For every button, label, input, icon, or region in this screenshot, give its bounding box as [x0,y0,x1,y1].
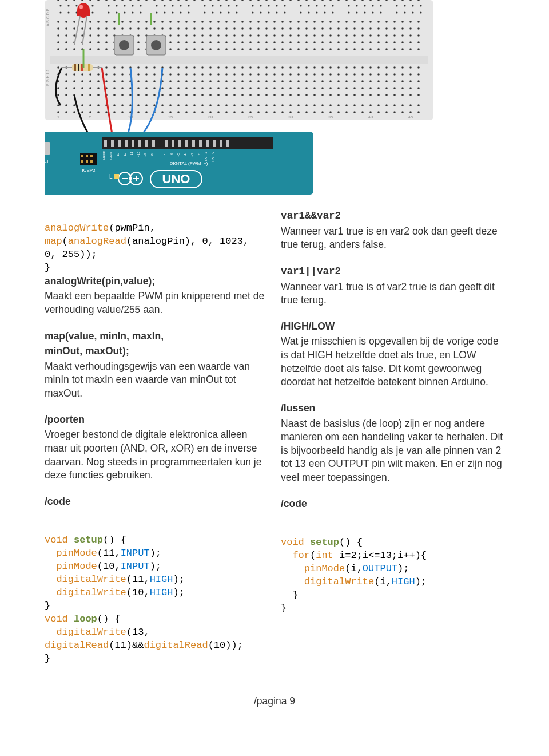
section-var1and: var1&&var2 Wanneer var1 true is en var2 … [281,209,504,252]
svg-point-81 [412,11,413,13]
paragraph: Wanneer var1 true is of var2 true is dan… [281,280,504,307]
code-token: setup [74,535,103,545]
svg-point-71 [316,11,317,13]
code-token: digitalWrite [56,587,126,598]
paragraph: Maakt een bepaalde PWM pin knipperend me… [45,290,268,316]
svg-point-89 [105,21,108,23]
code-token: } [292,589,298,600]
svg-point-66 [268,11,269,13]
code-token: () { [103,535,126,545]
svg-rect-223 [165,140,168,147]
heading-highlow: /HIGH/LOW [281,320,335,332]
svg-rect-208 [86,155,88,157]
svg-point-75 [356,11,357,13]
svg-point-31 [308,5,309,6]
svg-point-93 [137,21,140,23]
svg-point-18 [180,5,181,6]
svg-point-23 [228,5,229,6]
code-token: loop [74,613,97,624]
code-token: (i, [345,563,363,574]
svg-point-96 [161,21,164,23]
code-token: ); [173,574,184,585]
code-token: pinMode [304,563,345,574]
svg-text:~3: ~3 [190,152,194,157]
svg-text:L: L [109,173,113,180]
svg-point-22 [220,5,221,6]
heading-map-2: minOut, maxOut); [45,345,129,357]
svg-point-100 [193,21,196,23]
svg-point-45 [67,11,69,13]
svg-text:DIGITAL (PWM=~): DIGITAL (PWM=~) [170,161,208,166]
code-token: void [281,537,304,548]
svg-rect-224 [172,140,174,147]
svg-point-49 [108,11,109,13]
svg-point-67 [276,11,277,13]
svg-text:F G H I J: F G H I J [46,70,50,86]
svg-point-116 [321,21,324,23]
svg-point-63 [236,11,237,13]
svg-point-104 [225,21,228,23]
svg-point-92 [129,21,132,23]
code-token: (pwmPin, [109,223,156,233]
code-token: OUTPUT [363,563,397,574]
svg-point-112 [289,21,292,23]
svg-point-77 [372,11,373,13]
svg-point-76 [364,11,365,13]
svg-point-12 [124,5,125,6]
svg-point-199 [119,40,129,50]
svg-point-37 [364,5,365,6]
svg-point-11 [116,5,117,6]
svg-rect-1 [50,3,428,18]
code-snippet-2: void setup() { pinMode(11,INPUT); pinMod… [45,521,268,665]
svg-rect-258 [114,174,119,179]
code-token: 0, 255)); [45,249,97,260]
svg-point-109 [265,21,268,23]
svg-point-80 [404,11,405,13]
code-token: (11, [126,574,150,585]
svg-text:15: 15 [168,114,173,120]
svg-point-14 [140,5,141,6]
svg-point-68 [284,11,285,13]
breadboard-diagram: A B C D E F G H I J [0,0,549,197]
svg-text:20: 20 [208,114,213,120]
svg-rect-196 [88,64,90,71]
svg-point-83 [57,21,59,23]
svg-point-121 [361,21,364,23]
svg-point-35 [348,5,349,6]
svg-point-57 [180,11,181,13]
code-token: } [281,603,287,613]
svg-rect-232 [226,140,229,147]
svg-point-128 [417,21,420,23]
code-token: (10, [97,561,121,572]
svg-point-74 [348,11,349,13]
svg-point-117 [329,21,332,23]
svg-point-114 [305,21,308,23]
code-token: void [45,613,68,624]
svg-point-103 [217,21,220,23]
svg-point-17 [172,5,173,6]
code-snippet-3: void setup() { for(int i=2;i<=13;i++){ p… [281,523,504,615]
heading-code-right: /code [281,498,307,509]
code-token: } [45,600,50,611]
svg-rect-209 [90,155,93,157]
svg-point-72 [324,11,325,13]
svg-point-91 [121,21,124,23]
svg-point-98 [177,21,180,23]
svg-point-41 [404,5,405,6]
code-token: i=2;i<=13;i++){ [333,550,427,561]
svg-point-5 [59,5,61,6]
svg-point-62 [228,11,229,13]
paragraph: Wanneer var1 true is en var2 ook dan gee… [281,225,504,252]
code-token: ); [150,548,161,559]
svg-text:RESET: RESET [45,159,49,163]
svg-point-15 [156,5,157,6]
svg-text:13: 13 [116,152,120,156]
svg-text:30: 30 [288,114,293,120]
svg-text:TX→1: TX→1 [204,152,208,162]
section-code-right: /code [281,497,504,511]
svg-rect-216 [111,140,114,147]
svg-rect-211 [86,160,88,163]
svg-point-119 [345,21,348,23]
code-token: (11)&& [109,640,144,651]
svg-point-65 [260,11,261,13]
